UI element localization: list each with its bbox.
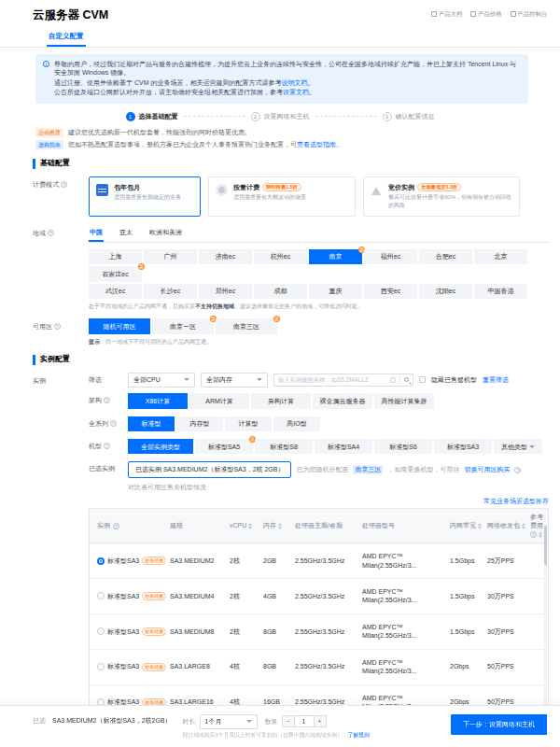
selection-guide-link[interactable]: 查看选型指南 <box>297 141 336 148</box>
settings-doc-link[interactable]: 设置文档 <box>283 89 309 95</box>
doc-link[interactable]: 说明文档 <box>281 79 307 86</box>
gear-icon[interactable] <box>390 377 396 383</box>
row-radio[interactable] <box>97 663 105 670</box>
rules-link[interactable]: 了解规则 <box>348 732 370 738</box>
series-button[interactable]: 内存型 <box>176 416 223 431</box>
region-button[interactable]: 福州ec <box>364 249 417 264</box>
region-button[interactable]: 成都 <box>254 284 307 299</box>
help-icon[interactable]: ? <box>48 230 54 236</box>
billing-card-prepaid[interactable]: 包年包月 适用需求量长期稳定的业务 <box>89 176 201 217</box>
instance-row: 实例 筛选 全部CPU 全部内存 隐藏已售罄机型 重置筛选 <box>33 373 549 740</box>
sort-icon[interactable] <box>478 523 482 529</box>
family-button-all[interactable]: 全部实例类型 <box>128 439 193 454</box>
region-button[interactable]: 合肥ec <box>419 249 472 264</box>
duration-select[interactable]: 1个月 <box>200 714 258 729</box>
arch-button-x86[interactable]: X86计算 <box>128 393 188 408</box>
family-button[interactable]: 标准型S8 <box>255 439 313 454</box>
product-console-link[interactable]: 产品控制台 <box>511 10 547 19</box>
region-button[interactable]: 北京 <box>474 249 527 264</box>
help-icon[interactable]: ? <box>61 181 67 188</box>
sort-icon[interactable] <box>539 531 542 538</box>
instance-table-row[interactable]: 标准型SA3秒杀特惠 SA3.MEDIUM4 2核 4GB 2.55GHz/3.… <box>90 579 548 614</box>
region-tab-euam[interactable]: 欧洲和美洲 <box>148 225 183 242</box>
region-button[interactable]: 石家庄ec惠 <box>89 266 142 281</box>
arch-button[interactable]: 异构计算 <box>251 393 311 408</box>
billing-card-postpaid[interactable]: 按量计费限时特惠1.5折 适用需求量有大幅波动的场景 <box>208 176 356 217</box>
region-button-selected[interactable]: 南京惠 <box>309 249 362 264</box>
switch-zone-link[interactable]: 切换可用区购买 <box>464 465 510 473</box>
section-instance-config: 实例配置 <box>33 355 549 365</box>
arch-button[interactable]: ARM计算 <box>189 393 249 408</box>
tip-badge: 活动推荐 <box>35 128 63 137</box>
instance-table-row[interactable]: 标准型SA3秒杀特惠 SA3.MEDIUM2 2核 2GB 2.55GHz/3.… <box>90 543 548 579</box>
region-button[interactable]: 郑州ec <box>199 284 252 299</box>
tab-custom-config[interactable]: 自定义配置 <box>47 28 86 47</box>
sort-icon[interactable] <box>278 523 282 529</box>
series-button[interactable]: 高IO型 <box>273 416 320 431</box>
step-2: 2设置网络和主机 <box>251 112 310 121</box>
sort-icon[interactable] <box>248 523 252 529</box>
region-button[interactable]: 武汉ec <box>89 284 142 299</box>
region-tab-china[interactable]: 中国 <box>89 225 104 242</box>
scene-recommend-link[interactable]: 常见业务场景选型推荐 <box>483 498 549 504</box>
zone-button[interactable]: 南京一区惠 <box>152 318 214 333</box>
billing-card-spot[interactable]: 竞价实例全场最低至0.3折 最高可比按量计费节省90%，但实例有被自动回收的风险 <box>363 176 520 217</box>
family-button[interactable]: 标准型SA4 <box>315 439 372 454</box>
calendar-icon <box>96 184 108 196</box>
help-icon[interactable]: ? <box>110 420 117 427</box>
region-button[interactable]: 沈阳ec <box>419 284 472 299</box>
help-icon[interactable]: ? <box>104 443 110 449</box>
search-icon[interactable] <box>404 377 409 382</box>
hide-soldout-checkbox[interactable] <box>419 376 426 383</box>
spec-search-input[interactable] <box>278 376 386 383</box>
arch-button[interactable]: 裸金属云服务器 <box>313 393 372 408</box>
reset-filter-link[interactable]: 重置筛选 <box>483 375 509 384</box>
billing-label: 计费模式 <box>33 180 59 189</box>
family-button[interactable]: 标准型S6 <box>374 439 432 454</box>
region-button[interactable]: 长沙ec <box>144 284 197 299</box>
help-icon[interactable]: ? <box>104 397 110 403</box>
help-icon[interactable]: ? <box>514 467 521 473</box>
arch-button[interactable]: 高性能计算集群 <box>374 393 434 408</box>
region-button[interactable]: 中国香港 <box>474 284 527 299</box>
family-button[interactable]: 标准型SA5荐 <box>195 439 253 454</box>
flash-sale-badge: 秒杀特惠 <box>142 627 166 636</box>
cpu-select[interactable]: 全部CPU <box>128 373 195 388</box>
instance-table-row[interactable]: 标准型SA3秒杀特惠 SA3.LARGE8 4核 8GB 2.55GHz/3.5… <box>90 650 548 685</box>
zone-button-random[interactable]: 随机可用区 <box>89 318 150 333</box>
region-button[interactable]: 济南ec <box>199 249 252 264</box>
instance-table-row[interactable]: 标准型SA3秒杀特惠 SA3.MEDIUM8 2核 8GB 2.55GHz/3.… <box>90 614 548 650</box>
row-radio[interactable] <box>97 592 105 599</box>
help-icon[interactable]: ? <box>113 523 119 529</box>
scrollbar-thumb[interactable] <box>544 526 547 565</box>
qty-plus-button[interactable]: + <box>314 715 327 727</box>
family-button-other[interactable]: 其他类型 <box>494 439 542 454</box>
row-radio-selected[interactable] <box>97 557 105 565</box>
region-row: 地域? 中国 亚太 欧洲和美洲 上海 广州 济南ec 杭州ec 南京惠 福州ec… <box>33 225 549 311</box>
sort-icon[interactable] <box>522 523 525 529</box>
product-doc-link[interactable]: 产品文档 <box>431 10 462 19</box>
help-icon[interactable]: ? <box>54 323 61 330</box>
row-radio[interactable] <box>97 627 105 635</box>
family-button[interactable]: 标准型SA3 <box>434 439 492 454</box>
region-button[interactable]: 西安ec <box>364 284 417 299</box>
zone-button[interactable]: 南京三区惠 <box>216 318 277 333</box>
hide-soldout-label: 隐藏已售罄机型 <box>431 375 477 384</box>
region-button[interactable]: 广州 <box>144 249 197 264</box>
arch-label: 架构 <box>89 396 102 404</box>
table-scrollbar[interactable] <box>544 526 547 720</box>
region-button[interactable]: 杭州ec <box>254 249 307 264</box>
product-price-link[interactable]: 产品价格 <box>470 10 501 19</box>
help-icon[interactable]: ? <box>530 531 537 538</box>
next-step-button[interactable]: 下一步：设置网络和主机 <box>451 714 547 735</box>
qty-input[interactable] <box>295 718 314 725</box>
tip-row: 选购指南 您如不熟悉配置选型事项，整机方案已为企业及个人事务预置热门业务配置，可… <box>35 140 528 149</box>
memory-select[interactable]: 全部内存 <box>201 373 268 388</box>
series-button-standard[interactable]: 标准型 <box>128 416 175 431</box>
region-button[interactable]: 重庆 <box>309 284 362 299</box>
region-tab-apac[interactable]: 亚太 <box>119 225 133 242</box>
region-button[interactable]: 上海 <box>89 249 142 264</box>
series-button[interactable]: 计算型 <box>225 416 272 431</box>
qty-minus-button[interactable]: − <box>282 715 295 727</box>
bottom-bar: 已选 SA3.MEDIUM2（标准型SA3，2核2GB） 时长 1个月 数量 −… <box>0 705 560 747</box>
